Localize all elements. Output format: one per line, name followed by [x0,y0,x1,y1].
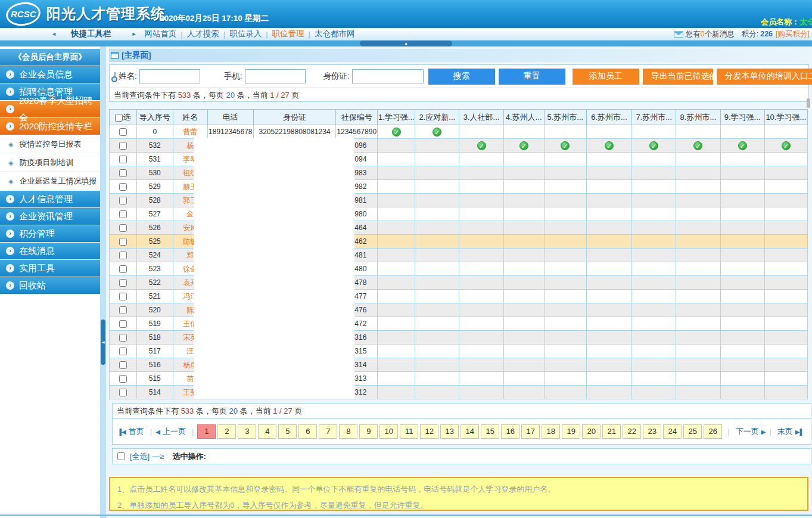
training-status-cell: ✓ [632,139,676,153]
action-button-3[interactable]: 添加员工 [573,69,639,85]
header-select-checkbox[interactable] [115,114,123,122]
action-button-4[interactable]: 导出当前已筛选的 [643,69,713,85]
row-checkbox[interactable] [119,252,127,259]
nav-link-5[interactable]: 太仓都市网 [315,29,355,39]
row-select-cell [110,221,137,235]
page-button-18[interactable]: 18 [542,424,560,439]
sidebar-item-13[interactable]: ›回收站 [0,277,100,294]
prev-page-button[interactable]: 上一页 [163,426,186,437]
sidebar-item-11[interactable]: ›在线消息 [0,243,100,259]
sidebar-item-6[interactable]: ◈防疫项目制培训 [0,154,100,172]
employee-name-link[interactable]: 郑 [186,251,194,259]
row-checkbox[interactable] [119,279,127,287]
page-button-22[interactable]: 22 [623,424,641,439]
select-all-checkbox[interactable] [117,452,125,460]
name-input[interactable] [139,69,200,83]
employee-name-link[interactable]: 汪 [186,347,194,355]
page-button-6[interactable]: 6 [298,424,317,439]
row-checkbox[interactable] [119,142,127,150]
page-button-20[interactable]: 20 [582,424,601,439]
row-checkbox[interactable] [119,265,127,273]
messages-link[interactable]: 您有0个新消息 [686,29,735,39]
buy-points-link[interactable]: [购买积分] [776,29,810,39]
page-button-21[interactable]: 21 [602,424,621,439]
row-checkbox[interactable] [119,334,127,342]
row-checkbox[interactable] [119,128,127,136]
row-checkbox[interactable] [119,361,127,369]
page-button-17[interactable]: 17 [521,424,540,439]
employee-name-link[interactable]: 苗 [186,374,194,383]
row-checkbox[interactable] [119,389,127,396]
page-button-7[interactable]: 7 [319,424,337,439]
import-seq-cell: 523 [136,262,173,276]
sidebar-item-10[interactable]: ›积分管理 [0,225,100,242]
phone-input[interactable] [245,69,306,83]
page-button-12[interactable]: 12 [420,424,438,439]
last-page-button[interactable]: 末页 [777,426,793,437]
row-checkbox[interactable] [119,210,127,218]
row-checkbox[interactable] [119,375,127,383]
row-checkbox[interactable] [119,156,127,163]
row-checkbox[interactable] [119,183,127,191]
employee-name-link[interactable]: 金 [186,210,194,218]
scrollbar-thumb[interactable] [807,98,810,108]
action-button-2[interactable]: 重置 [499,69,565,85]
row-checkbox[interactable] [119,169,127,177]
sidebar-item-1[interactable]: ›企业会员信息 [0,66,100,83]
action-button-1[interactable]: 搜索 [428,69,495,85]
nav-link-3[interactable]: 职位录入 [229,29,262,39]
employee-name-link[interactable]: 曹蕾 [183,128,197,136]
sidebar-item-4[interactable]: ›2020防控疫情专栏 [0,118,100,135]
collapse-sidebar-button[interactable]: ◀ [101,320,105,365]
sidebar-item-9[interactable]: ›企业资讯管理 [0,208,100,225]
action-button-5[interactable]: 分发本单位的培训入口二维码 [717,69,812,85]
page-button-19[interactable]: 19 [562,424,580,439]
page-button-1[interactable]: 1 [197,424,216,439]
sidebar-item-8[interactable]: ›人才信息管理 [0,191,100,207]
row-checkbox[interactable] [119,238,127,246]
sidebar-item-12[interactable]: ›实用工具 [0,260,100,277]
nav-link-4[interactable]: 职位管理 [272,29,304,39]
row-checkbox[interactable] [119,293,127,300]
nav-link-2[interactable]: 人才搜索 [187,29,219,39]
page-button-16[interactable]: 16 [501,424,519,439]
page-button-23[interactable]: 23 [643,424,661,439]
row-select-cell [110,262,137,276]
next-page-button[interactable]: 下一页 [736,426,759,437]
page-button-4[interactable]: 4 [258,424,276,439]
row-checkbox[interactable] [119,348,127,355]
employee-name-link[interactable]: 杨 [186,141,194,150]
sidebar-item-3[interactable]: ›2020春季大型招聘会 [0,101,100,117]
training-status-cell [378,386,415,399]
row-checkbox[interactable] [119,320,127,328]
sidebar-item-5[interactable]: ◈疫情监控每日报表 [0,135,100,153]
toolbar-scroll-right-icon[interactable]: ► [131,31,136,37]
sidebar-item-7[interactable]: ◈企业延迟复工情况填报 [0,172,100,190]
page-button-3[interactable]: 3 [238,424,256,439]
page-button-11[interactable]: 11 [400,424,418,439]
collapse-panel-button[interactable]: ▲ [360,41,452,46]
page-button-13[interactable]: 13 [440,424,459,439]
nav-link-1[interactable]: 网站首页 [144,29,176,39]
page-button-8[interactable]: 8 [339,424,357,439]
idcard-input[interactable] [352,69,424,83]
select-all-link[interactable]: [全选] [130,451,150,462]
row-checkbox[interactable] [119,197,127,204]
page-button-10[interactable]: 10 [379,424,398,439]
page-button-24[interactable]: 24 [663,424,682,439]
row-checkbox[interactable] [119,224,127,232]
import-seq-cell: 515 [136,372,173,386]
employee-name-link[interactable]: 陈 [186,306,194,314]
row-checkbox[interactable] [119,306,127,314]
page-button-26[interactable]: 26 [704,424,722,439]
col-header-7: 1.学习强... [378,110,415,125]
page-button-15[interactable]: 15 [481,424,499,439]
page-button-25[interactable]: 25 [683,424,702,439]
page-button-5[interactable]: 5 [278,424,297,439]
page-button-9[interactable]: 9 [359,424,378,439]
page-button-2[interactable]: 2 [217,424,236,439]
first-page-button[interactable]: 首页 [129,426,144,437]
toolbar-scroll-left-icon[interactable]: ◄ [51,31,57,37]
chevron-circle-icon: › [6,105,14,113]
page-button-14[interactable]: 14 [461,424,479,439]
